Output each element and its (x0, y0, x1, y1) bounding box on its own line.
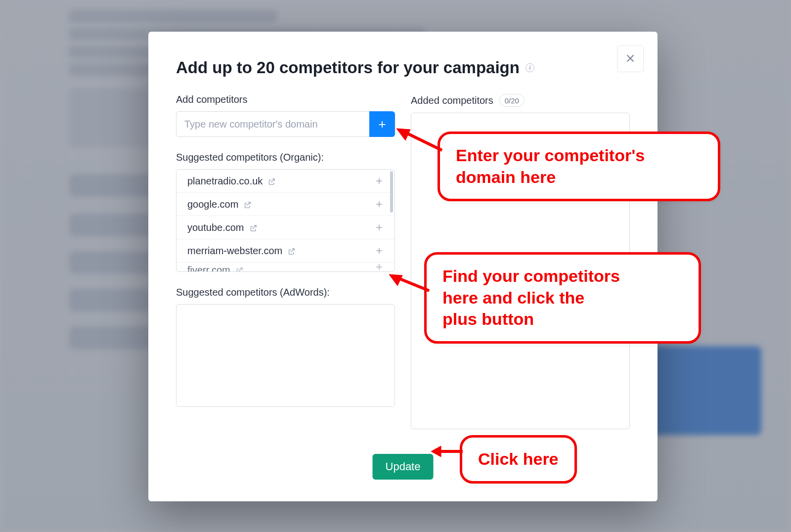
competitor-domain: planetradio.co.uk (187, 176, 263, 187)
svg-line-2 (397, 278, 429, 291)
competitor-domain: merriam-webster.com (187, 245, 282, 257)
external-link-icon[interactable] (267, 177, 276, 185)
scrollbar[interactable] (390, 171, 393, 213)
competitor-domain: youtube.com (187, 222, 244, 233)
left-column: Add competitors + Suggested competitors … (176, 94, 395, 429)
update-button[interactable]: Update (373, 454, 434, 480)
external-link-icon[interactable] (235, 266, 244, 272)
competitor-domain-input[interactable] (176, 111, 369, 137)
list-item[interactable]: fiverr.com + (176, 263, 395, 272)
plus-icon: + (378, 117, 386, 132)
annotation-arrow (388, 272, 431, 297)
add-suggested-button[interactable]: + (373, 221, 386, 234)
add-suggested-button[interactable]: + (373, 198, 386, 211)
competitor-domain: fiverr.com (187, 265, 230, 272)
add-suggested-button[interactable]: + (373, 175, 386, 187)
annotation-callout-1: Enter your competitor's domain here (438, 132, 720, 201)
svg-marker-1 (396, 129, 410, 140)
competitor-input-row: + (176, 111, 395, 137)
close-icon (625, 53, 636, 65)
modal-title-text: Add up to 20 competitors for your campai… (176, 58, 520, 77)
close-button[interactable] (617, 45, 644, 72)
add-suggested-button[interactable]: + (373, 244, 386, 257)
add-competitors-label: Add competitors (176, 94, 395, 105)
external-link-icon[interactable] (249, 223, 258, 232)
list-item[interactable]: merriam-webster.com + (176, 239, 395, 263)
suggested-adwords-label: Suggested competitors (AdWords): (176, 287, 395, 298)
added-count-chip: 0/20 (499, 94, 525, 107)
list-item[interactable]: youtube.com + (176, 216, 395, 239)
list-item[interactable]: planetradio.co.uk + (176, 170, 395, 193)
external-link-icon[interactable] (243, 200, 252, 209)
suggested-adwords-list (176, 304, 395, 407)
svg-marker-5 (431, 446, 441, 457)
add-competitor-button[interactable]: + (369, 111, 395, 137)
added-label-text: Added competitors (411, 95, 493, 106)
info-icon[interactable]: i (526, 63, 534, 72)
modal-title: Add up to 20 competitors for your campai… (176, 58, 630, 77)
annotation-callout-2: Find your competitors here and click the… (424, 252, 701, 344)
svg-line-0 (405, 133, 442, 150)
suggested-organic-label: Suggested competitors (Organic): (176, 152, 395, 163)
annotation-arrow (430, 443, 465, 460)
added-competitors-label: Added competitors 0/20 (411, 94, 630, 107)
suggested-organic-list: planetradio.co.uk + google.com + (176, 169, 395, 272)
list-item[interactable]: google.com + (176, 193, 395, 216)
add-suggested-button[interactable]: + (373, 263, 386, 272)
external-link-icon[interactable] (287, 247, 296, 255)
annotation-callout-3: Click here (460, 435, 577, 484)
competitor-domain: google.com (187, 199, 238, 210)
svg-marker-3 (389, 274, 402, 286)
annotation-arrow (395, 126, 444, 155)
